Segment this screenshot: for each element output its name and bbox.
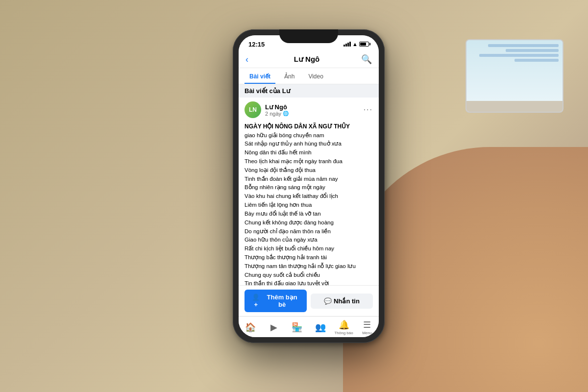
bottom-nav-friends[interactable]: 👥 xyxy=(309,321,332,334)
battery-icon xyxy=(359,42,369,47)
watch-icon: ▶ xyxy=(270,322,277,333)
post-meta: Lư Ngô 2 ngày 🌐 xyxy=(265,103,360,117)
post-line-12: Do người chỉ đạo năm thôn ra liền xyxy=(245,227,373,236)
post-line-13: Giao hữu thôn của ngày xưa xyxy=(245,236,373,245)
post-header: LN Lư Ngô 2 ngày 🌐 ··· xyxy=(239,98,379,122)
nav-title: Lư Ngô xyxy=(252,55,361,64)
post-line-3: Nông dân thi đấu hết mình xyxy=(245,148,373,157)
nav-bar: ‹ Lư Ngô 🔍 xyxy=(239,51,379,68)
menu-icon: ☰ xyxy=(363,319,371,330)
friends-icon: 👥 xyxy=(315,322,326,333)
post-line-4: Theo lịch khai mạc một ngày tranh đua xyxy=(245,157,373,166)
bottom-nav: 🏠 ▶ 🏪 👥 🔔 Thông báo xyxy=(239,316,379,337)
tab-video[interactable]: Video xyxy=(303,70,328,84)
post-author: Lư Ngô xyxy=(265,103,360,111)
bottom-nav-menu[interactable]: ☰ Menu xyxy=(355,318,379,336)
post-line-18: Tin thần thi đấu giao lưu tuyệt vời xyxy=(245,279,373,285)
message-button[interactable]: 💬 Nhắn tin xyxy=(311,294,373,309)
tab-baiviet[interactable]: Bài viết xyxy=(245,70,275,84)
back-button[interactable]: ‹ xyxy=(245,54,248,65)
section-title: Bài viết của Lư xyxy=(239,84,379,98)
add-friend-button[interactable]: 👤+ Thêm bạn bè xyxy=(245,290,307,312)
status-icons: ▲ xyxy=(343,41,369,47)
status-bar: 12:15 ▲ xyxy=(239,35,379,51)
search-button[interactable]: 🔍 xyxy=(361,54,372,65)
menu-label: Menu xyxy=(362,331,372,335)
post-content: NGÀY HỘI NÔNG DÂN XÃ NGƯ THỦY giao hữu g… xyxy=(239,122,379,285)
notifications-label: Thông báo xyxy=(334,331,353,335)
post-line-15: Thượng bắc thượng hải tranh tài xyxy=(245,253,373,262)
marketplace-icon: 🏪 xyxy=(292,322,302,333)
background-monitor xyxy=(466,39,564,113)
phone-device: 12:15 ▲ xyxy=(233,29,385,343)
messenger-icon: 💬 xyxy=(324,297,332,305)
bell-icon: 🔔 xyxy=(339,319,349,330)
action-bar: 👤+ Thêm bạn bè 💬 Nhắn tin xyxy=(239,285,379,316)
home-icon: 🏠 xyxy=(245,322,256,333)
post-line-17: Chung quy suốt cả buổi chiều xyxy=(245,271,373,280)
post-line-7: Bỗng nhiên rạng sáng một ngày xyxy=(245,183,373,192)
post-line-11: Chung kết không được đàng hoàng xyxy=(245,219,373,227)
post-first-line: NGÀY HỘI NÔNG DÂN XÃ NGƯ THỦY xyxy=(245,122,373,131)
post-line-2: Sát nhập ngư thủy anh hùng thuở xưa xyxy=(245,140,373,148)
phone-frame: 12:15 ▲ xyxy=(233,29,385,343)
post-line-1: giao hữu giải bóng chuyền nam xyxy=(245,131,373,140)
post-line-6: Tinh thần đoàn kết giải mùa năm nay xyxy=(245,175,373,184)
status-time: 12:15 xyxy=(248,41,265,48)
post-line-10: Bày mưu đổi luật thế là vỡ tan xyxy=(245,210,373,219)
post-time: 2 ngày 🌐 xyxy=(265,111,360,117)
bottom-nav-notifications[interactable]: 🔔 Thông báo xyxy=(332,318,356,336)
post-line-9: Liêm tiến lật lọng hơn thua xyxy=(245,201,373,210)
post-line-8: Vào khu hai chung kết laithay đổi lịch xyxy=(245,192,373,201)
post-line-14: Rất chi kịch liệt buổi chiều hôm nay xyxy=(245,245,373,253)
tabs-bar: Bài viết Ảnh Video xyxy=(239,68,379,84)
bottom-nav-watch[interactable]: ▶ xyxy=(262,321,286,334)
post-line-16: Thượng nam tân thượng hải nỗ lực giao lư… xyxy=(245,262,373,271)
post-more-button[interactable]: ··· xyxy=(364,105,373,114)
globe-icon: 🌐 xyxy=(283,111,289,116)
phone-screen: 12:15 ▲ xyxy=(239,35,379,337)
post-container: LN Lư Ngô 2 ngày 🌐 ··· xyxy=(239,98,379,337)
avatar: LN xyxy=(245,101,261,118)
add-friend-icon: 👤+ xyxy=(250,294,261,308)
tab-anh[interactable]: Ảnh xyxy=(279,70,299,84)
wifi-icon: ▲ xyxy=(352,41,358,47)
bottom-nav-marketplace[interactable]: 🏪 xyxy=(285,321,309,334)
bottom-nav-home[interactable]: 🏠 xyxy=(239,321,262,334)
post-line-5: Vòng loại đội thắng đội thua xyxy=(245,166,373,175)
signal-icon xyxy=(343,42,351,47)
